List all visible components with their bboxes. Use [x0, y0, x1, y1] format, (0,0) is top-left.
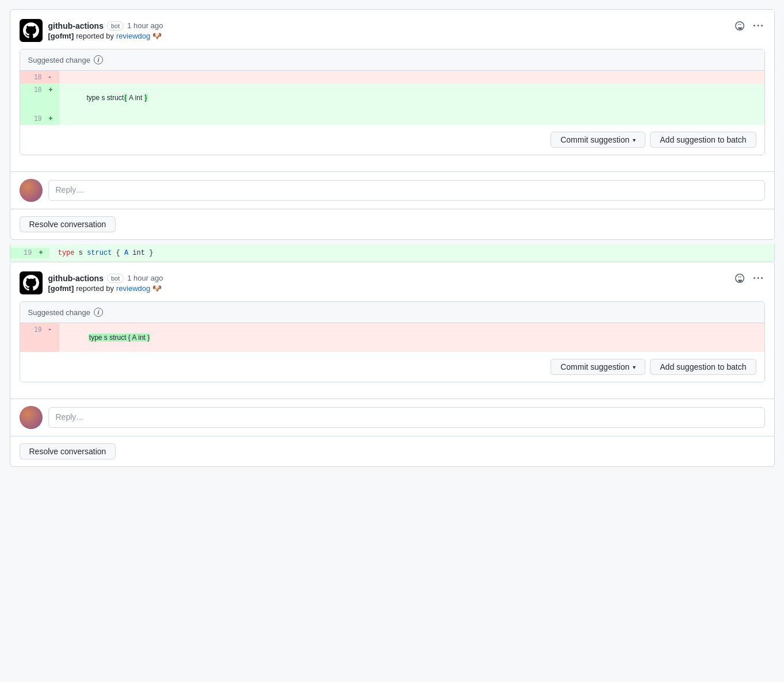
- bot-badge-2: bot: [107, 274, 124, 283]
- user-avatar-img-1: [20, 179, 43, 202]
- author-name-1: github-actions: [48, 21, 104, 30]
- code-type-kw: type: [58, 249, 75, 257]
- comment-2: github-actions bot 1 hour ago [gofmt] re…: [10, 262, 774, 399]
- gofmt-label-1: [gofmt]: [48, 32, 74, 40]
- github-actions-avatar-1: [20, 19, 43, 42]
- emoji-reaction-btn-1[interactable]: [733, 19, 747, 33]
- reported-by-text-2: reported by: [76, 284, 114, 293]
- user-avatar-2: [20, 406, 43, 429]
- reply-area-2: Reply…: [10, 399, 774, 436]
- page-wrapper: github-actions bot 1 hour ago [gofmt] re…: [10, 9, 775, 467]
- reply-input-2[interactable]: Reply…: [48, 407, 765, 428]
- user-avatar-1: [20, 179, 43, 202]
- author-name-2: github-actions: [48, 274, 104, 283]
- code-line-content: type s struct { A int }: [49, 248, 774, 258]
- resolve-conversation-btn-1[interactable]: Resolve conversation: [20, 216, 116, 232]
- suggested-change-header-2: Suggested change i: [20, 302, 764, 323]
- diff-line-add-19: 19 +: [20, 112, 764, 125]
- diff-actions-2: Commit suggestion ▾ Add suggestion to ba…: [20, 352, 764, 382]
- reply-input-1[interactable]: Reply…: [48, 180, 765, 201]
- add-to-batch-btn-1[interactable]: Add suggestion to batch: [650, 132, 756, 148]
- smiley-icon-2: [735, 274, 744, 283]
- diff-line-del-2: 19 - type s struct { A int }: [20, 323, 764, 352]
- add-to-batch-btn-2[interactable]: Add suggestion to batch: [650, 359, 756, 375]
- reported-by-text-1: reported by: [76, 32, 114, 40]
- commit-suggestion-btn-2[interactable]: Commit suggestion ▾: [550, 359, 645, 375]
- comment-header-1: github-actions bot 1 hour ago [gofmt] re…: [20, 19, 765, 42]
- smiley-icon-1: [735, 21, 744, 30]
- commit-caret-2: ▾: [633, 364, 636, 370]
- diff-highlight-2: }: [144, 94, 148, 102]
- reviewer-emoji-1: 🐶: [152, 32, 162, 40]
- diff-highlight-3: type s struct { A int }: [89, 334, 150, 342]
- reviewdog-link-2[interactable]: reviewdog: [116, 284, 150, 293]
- conversation-block-1: github-actions bot 1 hour ago [gofmt] re…: [10, 9, 775, 240]
- diff-actions-1: Commit suggestion ▾ Add suggestion to ba…: [20, 125, 764, 155]
- code-struct-kw: struct: [87, 249, 112, 257]
- diff-code-add-19: [59, 112, 764, 125]
- comment-time-1: 1 hour ago: [127, 21, 163, 30]
- suggested-change-header-1: Suggested change i: [20, 49, 764, 71]
- suggested-change-2: Suggested change i 19 - type s struct { …: [20, 301, 765, 382]
- diff-code-del-2: type s struct { A int }: [59, 323, 764, 352]
- diff-line-num-add-18: 18: [20, 83, 48, 112]
- ellipsis-icon-2: [754, 274, 763, 283]
- code-a-kw: A: [124, 249, 128, 257]
- info-icon-1[interactable]: i: [94, 55, 103, 64]
- diff-sign-del-2: -: [48, 323, 59, 352]
- diff-code-del-1: [59, 71, 764, 83]
- ellipsis-icon-1: [754, 21, 763, 30]
- suggested-change-label-2: Suggested change: [28, 308, 90, 317]
- commit-caret-1: ▾: [633, 137, 636, 143]
- resolve-area-2: Resolve conversation: [10, 436, 774, 466]
- diff-sign-add-18: +: [48, 83, 59, 112]
- code-line-block: 19 + type s struct { A int }: [10, 244, 775, 262]
- diff-line-num-add-19: 19: [20, 112, 48, 125]
- github-actions-avatar-2: [20, 271, 43, 294]
- diff-code-add-18: type s struct{ A int }: [59, 83, 764, 112]
- comment-time-2: 1 hour ago: [127, 274, 163, 282]
- diff-line-num-del-1: 18: [20, 71, 48, 83]
- info-icon-2[interactable]: i: [94, 308, 103, 317]
- comment-subtitle-2: [gofmt] reported by reviewdog 🐶: [48, 284, 163, 293]
- comment-header-2: github-actions bot 1 hour ago [gofmt] re…: [20, 271, 765, 294]
- diff-sign-add-19: +: [48, 112, 59, 125]
- emoji-reaction-btn-2[interactable]: [733, 271, 747, 285]
- bot-badge-1: bot: [107, 21, 124, 30]
- github-icon-1: [23, 22, 39, 39]
- diff-code-text-18: type s struct: [87, 94, 124, 102]
- suggested-change-label-1: Suggested change: [28, 56, 90, 64]
- comment-1: github-actions bot 1 hour ago [gofmt] re…: [10, 10, 774, 171]
- commit-suggestion-btn-1[interactable]: Commit suggestion ▾: [550, 132, 645, 148]
- resolve-conversation-btn-2[interactable]: Resolve conversation: [20, 443, 116, 459]
- diff-line-num-del-2: 19: [20, 323, 48, 352]
- conversation-block-2: github-actions bot 1 hour ago [gofmt] re…: [10, 262, 775, 467]
- code-line-num: 19: [10, 248, 38, 258]
- comment-subtitle-1: [gofmt] reported by reviewdog 🐶: [48, 32, 163, 40]
- reviewdog-link-1[interactable]: reviewdog: [116, 32, 150, 40]
- reviewer-emoji-2: 🐶: [152, 284, 162, 293]
- user-avatar-img-2: [20, 406, 43, 429]
- reply-area-1: Reply…: [10, 171, 774, 209]
- diff-line-add-18: 18 + type s struct{ A int }: [20, 83, 764, 112]
- suggested-change-1: Suggested change i 18 - 18 + type s stru…: [20, 49, 765, 155]
- gofmt-label-2: [gofmt]: [48, 284, 74, 293]
- diff-line-del-1: 18 -: [20, 71, 764, 83]
- diff-sign-del-1: -: [48, 71, 59, 83]
- resolve-area-1: Resolve conversation: [10, 209, 774, 239]
- github-icon-2: [23, 275, 39, 291]
- more-options-btn-2[interactable]: [751, 271, 765, 285]
- more-options-btn-1[interactable]: [751, 19, 765, 33]
- code-line-sign: +: [38, 248, 49, 258]
